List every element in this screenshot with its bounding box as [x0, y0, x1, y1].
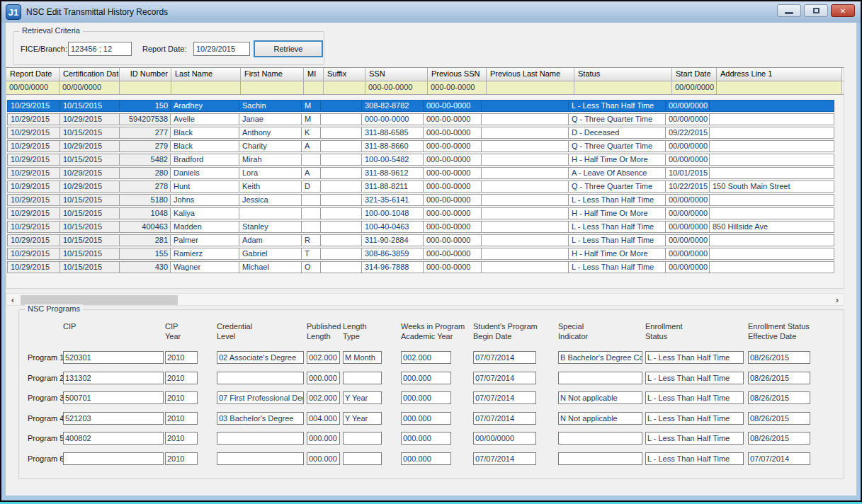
program-1-enrollment-status-input[interactable]: L - Less Than Half Time	[645, 351, 744, 364]
grid-cell-address-line-1[interactable]	[709, 154, 834, 166]
grid-cell-previous-ssn[interactable]: 000-00-0000	[423, 248, 482, 260]
grid-cell-suffix[interactable]	[320, 194, 362, 206]
grid-cell-address-line-1[interactable]	[709, 140, 834, 152]
grid-cell-report-date[interactable]: 10/29/2015	[7, 261, 60, 273]
program-5-enrollment-status-effective-date-input[interactable]: 08/26/2015	[748, 432, 810, 445]
grid-cell-start-date[interactable]: 00/00/0000	[665, 221, 710, 233]
title-bar[interactable]: J1 NSC Edit Transmittal History Records …	[1, 1, 861, 23]
report-date-input[interactable]: 10/29/2015	[193, 42, 250, 56]
grid-cell-start-date[interactable]: 00/00/0000	[665, 113, 710, 125]
grid-cell-start-date[interactable]: 00/00/0000	[665, 207, 710, 219]
program-6-cip-year-input[interactable]: 2010	[165, 452, 198, 465]
grid-cell-mi[interactable]	[301, 194, 321, 206]
program-2-credential-level-input[interactable]	[217, 372, 304, 384]
column-header-suffix[interactable]: Suffix	[324, 68, 365, 81]
grid-cell-start-date[interactable]: 10/01/2015	[665, 167, 710, 179]
grid-cell-report-date[interactable]: 10/29/2015	[7, 194, 60, 206]
filter-cell-start-date[interactable]: 00/00/0000	[672, 81, 717, 94]
grid-cell-id-number[interactable]: 5180	[119, 194, 171, 206]
program-3-enrollment-status-effective-date-input[interactable]: 08/26/2015	[748, 391, 810, 404]
program-6-published-length-input[interactable]: 000.000	[307, 452, 340, 465]
table-row[interactable]: 10/29/201510/15/2015430WagnerMichaelO314…	[7, 261, 843, 273]
grid-cell-previous-last-name[interactable]	[481, 248, 569, 260]
grid-cell-certification-date[interactable]: 10/15/2015	[59, 100, 120, 112]
program-6-cip-input[interactable]	[63, 452, 164, 465]
grid-cell-mi[interactable]: T	[301, 248, 321, 260]
grid-cell-suffix[interactable]	[320, 100, 362, 112]
grid-cell-previous-last-name[interactable]	[481, 127, 569, 139]
grid-cell-address-line-1[interactable]	[709, 100, 834, 112]
grid-cell-certification-date[interactable]: 10/15/2015	[59, 248, 120, 260]
grid-cell-ssn[interactable]: 000-00-0000	[361, 113, 424, 125]
grid-cell-address-line-1[interactable]	[709, 207, 834, 219]
grid-cell-suffix[interactable]	[320, 154, 362, 166]
grid-cell-last-name[interactable]: Wagner	[170, 261, 239, 273]
table-row[interactable]: 10/29/201510/29/2015594207538AvelleJanae…	[7, 113, 843, 125]
grid-cell-address-line-1[interactable]: 850 Hillside Ave	[709, 221, 834, 233]
program-6-weeks-in-program-input[interactable]: 000.000	[401, 452, 451, 465]
grid-cell-mi[interactable]: M	[301, 113, 321, 125]
grid-cell-id-number[interactable]: 277	[119, 127, 171, 139]
grid-cell-suffix[interactable]	[320, 181, 362, 193]
grid-cell-start-date[interactable]: 00/00/0000	[665, 248, 710, 260]
grid-cell-last-name[interactable]: Daniels	[170, 167, 239, 179]
grid-cell-id-number[interactable]: 279	[119, 140, 171, 152]
grid-cell-first-name[interactable]: Lora	[239, 167, 302, 179]
grid-cell-first-name[interactable]: Janae	[239, 113, 302, 125]
grid-cell-start-date[interactable]: 00/00/0000	[665, 234, 710, 246]
program-4-cip-year-input[interactable]: 2010	[165, 412, 198, 425]
program-1-weeks-in-program-input[interactable]: 002.000	[401, 351, 451, 364]
grid-cell-previous-ssn[interactable]: 000-00-0000	[423, 167, 482, 179]
program-3-length-type-input[interactable]: Y Year	[343, 391, 382, 404]
grid-cell-ssn[interactable]: 100-00-1048	[361, 207, 424, 219]
column-header-status[interactable]: Status	[574, 68, 672, 81]
filter-cell-last-name[interactable]	[171, 81, 241, 94]
filter-cell-suffix[interactable]	[324, 81, 365, 94]
grid-cell-last-name[interactable]: Bradford	[170, 154, 239, 166]
grid-cell-mi[interactable]: A	[301, 140, 321, 152]
grid-cell-ssn[interactable]: 100-00-5482	[361, 154, 424, 166]
grid-cell-first-name[interactable]: Sachin	[239, 100, 302, 112]
program-5-credential-level-input[interactable]	[217, 432, 304, 445]
grid-cell-address-line-1[interactable]	[709, 167, 834, 179]
grid-cell-previous-last-name[interactable]	[481, 221, 569, 233]
grid-cell-start-date[interactable]: 00/00/0000	[665, 194, 710, 206]
grid-cell-first-name[interactable]: Mirah	[239, 154, 302, 166]
program-5-published-length-input[interactable]: 000.000	[307, 432, 340, 445]
grid-cell-mi[interactable]: A	[301, 167, 321, 179]
program-3-cip-year-input[interactable]: 2010	[165, 391, 198, 404]
grid-cell-previous-last-name[interactable]	[481, 261, 569, 273]
program-2-length-type-input[interactable]	[343, 372, 382, 384]
table-row[interactable]: 10/29/201510/29/2015280DanielsLoraA311-8…	[7, 167, 843, 179]
grid-cell-previous-ssn[interactable]: 000-00-0000	[423, 234, 482, 246]
column-header-certification-date[interactable]: Certification Date	[59, 68, 120, 81]
filter-cell-report-date[interactable]: 00/00/0000	[6, 81, 59, 94]
table-row[interactable]: 10/29/201510/29/2015278HuntKeithD311-88-…	[7, 181, 843, 193]
grid-cell-ssn[interactable]: 321-35-6141	[361, 194, 424, 206]
program-2-special-indicator-input[interactable]	[558, 372, 642, 384]
grid-cell-previous-ssn[interactable]: 000-00-0000	[423, 261, 482, 273]
program-5-length-type-input[interactable]	[343, 432, 382, 445]
program-2-enrollment-status-effective-date-input[interactable]: 08/26/2015	[748, 372, 810, 384]
grid-cell-report-date[interactable]: 10/29/2015	[7, 248, 60, 260]
program-3-special-indicator-input[interactable]: N Not applicable	[558, 391, 642, 404]
program-5-enrollment-status-input[interactable]: L - Less Than Half Time	[645, 432, 744, 445]
grid-cell-last-name[interactable]: Black	[170, 140, 239, 152]
grid-cell-mi[interactable]	[301, 221, 321, 233]
program-3-credential-level-input[interactable]: 07 First Professional Degree	[217, 391, 304, 404]
program-1-program-begin-date-input[interactable]: 07/07/2014	[473, 351, 536, 364]
grid-cell-status[interactable]: D - Deceased	[568, 127, 666, 139]
table-row[interactable]: 10/29/201510/15/20155482BradfordMirah100…	[7, 154, 843, 166]
column-header-address-line-1[interactable]: Address Line 1	[717, 68, 842, 81]
program-6-length-type-input[interactable]	[343, 452, 382, 465]
program-4-cip-input[interactable]: 521203	[63, 412, 164, 425]
grid-cell-first-name[interactable]	[239, 207, 302, 219]
program-5-weeks-in-program-input[interactable]: 000.000	[401, 432, 451, 445]
grid-cell-last-name[interactable]: Aradhey	[170, 100, 239, 112]
table-row[interactable]: 10/29/201510/15/20155180JohnsJessica321-…	[7, 194, 843, 206]
column-header-ssn[interactable]: SSN	[365, 68, 428, 81]
grid-cell-address-line-1[interactable]	[709, 261, 834, 273]
grid-cell-id-number[interactable]: 281	[119, 234, 171, 246]
grid-cell-ssn[interactable]: 308-82-8782	[361, 100, 424, 112]
grid-cell-suffix[interactable]	[320, 140, 362, 152]
